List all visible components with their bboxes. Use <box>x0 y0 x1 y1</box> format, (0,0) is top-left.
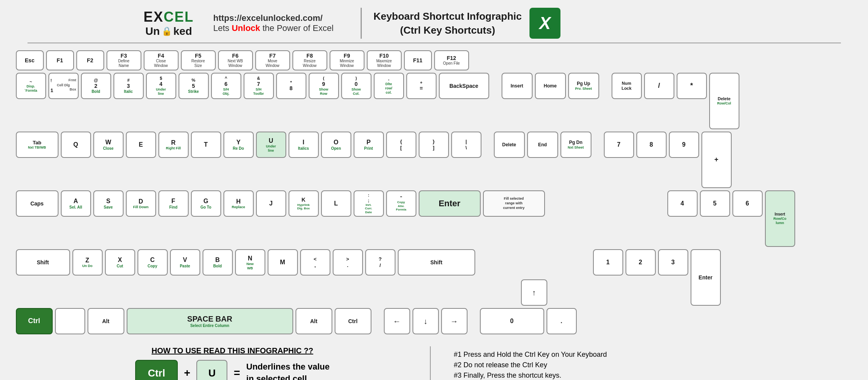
key-f3[interactable]: F3 Define Name <box>107 50 141 70</box>
key-win-left[interactable] <box>55 308 85 334</box>
key-f4[interactable]: F4 Close Window <box>144 50 179 70</box>
key-num-dot[interactable]: . <box>547 308 577 334</box>
key-backspace[interactable]: BackSpace <box>439 73 489 99</box>
key-5[interactable]: % 5 Strike <box>179 73 209 99</box>
key-f5[interactable]: F5 Restore Size <box>181 50 216 70</box>
key-numpad-slash[interactable]: / <box>644 73 674 99</box>
key-m[interactable]: M <box>268 249 298 276</box>
key-f6[interactable]: F6 Next WB Window <box>218 50 253 70</box>
key-j[interactable]: J <box>256 190 286 217</box>
key-f2[interactable]: F2 <box>76 50 104 70</box>
key-alt-left[interactable]: Alt <box>88 308 124 334</box>
key-insert-rowcol[interactable]: Insert Row/Column <box>765 190 795 247</box>
key-k[interactable]: K HyprlinkDlg. Box <box>289 190 319 217</box>
key-z[interactable]: Z Un Do <box>72 249 103 276</box>
key-f12[interactable]: F12 Open File <box>434 50 469 70</box>
key-minus[interactable]: - Dlte row/ col. <box>374 73 404 99</box>
key-shift-left[interactable]: Shift <box>16 249 70 276</box>
key-n[interactable]: N NewWB <box>235 249 265 276</box>
key-x[interactable]: X Cut <box>105 249 135 276</box>
key-tilde[interactable]: ~ Disp. `Formla <box>16 73 46 99</box>
key-enter-main[interactable]: Enter <box>419 190 481 217</box>
key-7[interactable]: & 7 S/HToolbr <box>244 73 274 99</box>
key-slash[interactable]: ? / <box>365 249 395 276</box>
key-w[interactable]: W Close <box>93 132 124 158</box>
key-f[interactable]: F Find <box>158 190 189 217</box>
key-h[interactable]: H Replace <box>223 190 254 217</box>
key-backslash[interactable]: | \ <box>451 132 481 158</box>
key-quote[interactable]: " CopyAbv.Formla <box>386 190 416 217</box>
key-insert[interactable]: Insert <box>502 73 533 99</box>
key-delete[interactable]: Delete <box>494 132 525 158</box>
key-3[interactable]: # 3 Italic <box>113 73 144 99</box>
key-ctrl-right[interactable]: Ctrl <box>335 308 371 334</box>
key-u[interactable]: U Underline <box>256 132 286 158</box>
key-g[interactable]: G Go To <box>191 190 221 217</box>
key-r[interactable]: R Right Fill <box>158 132 189 158</box>
key-semicolon[interactable]: : ; Inrt.Curr.Date <box>354 190 384 217</box>
key-p[interactable]: P Print <box>354 132 384 158</box>
key-lbracket[interactable]: { [ <box>386 132 416 158</box>
key-shift-right[interactable]: Shift <box>398 249 475 276</box>
key-c[interactable]: C Copy <box>138 249 168 276</box>
key-space[interactable]: SPACE BAR Select Entire Column <box>127 308 293 334</box>
key-caps[interactable]: Caps <box>16 190 58 217</box>
key-num2[interactable]: 2 <box>626 249 656 276</box>
key-comma[interactable]: < , <box>300 249 330 276</box>
key-equals[interactable]: + = <box>406 73 437 99</box>
key-alt-right[interactable]: Alt <box>296 308 332 334</box>
key-arrow-down[interactable]: ↓ <box>413 308 439 334</box>
key-y[interactable]: Y Re Do <box>223 132 254 158</box>
key-num7[interactable]: 7 <box>604 132 634 158</box>
key-arrow-up[interactable]: ↑ <box>521 279 547 306</box>
key-b[interactable]: B Bold <box>203 249 233 276</box>
key-home[interactable]: Home <box>535 73 566 99</box>
key-num4[interactable]: 4 <box>667 190 698 217</box>
key-period[interactable]: > . <box>333 249 363 276</box>
key-pgdn[interactable]: Pg Dn Nxt Sheet <box>560 132 591 158</box>
key-num1[interactable]: 1 <box>593 249 623 276</box>
key-1[interactable]: !Frmt Cell Dlg 1Box <box>48 73 79 99</box>
key-numlock[interactable]: NumLock <box>612 73 642 99</box>
key-num3[interactable]: 3 <box>658 249 688 276</box>
key-f11[interactable]: F11 <box>404 50 432 70</box>
key-9[interactable]: ( 9 ShowRow <box>309 73 339 99</box>
key-t[interactable]: T <box>191 132 221 158</box>
key-2[interactable]: @ 2 Bold <box>81 73 111 99</box>
key-a[interactable]: A Sel. All <box>61 190 91 217</box>
key-numpad-enter[interactable]: Enter <box>691 249 721 306</box>
key-8[interactable]: * 8 <box>276 73 306 99</box>
key-f7[interactable]: F7 Move Window <box>255 50 290 70</box>
key-q[interactable]: Q <box>61 132 91 158</box>
key-numpad-star[interactable]: * <box>677 73 707 99</box>
key-e[interactable]: E <box>126 132 156 158</box>
key-l[interactable]: L <box>321 190 351 217</box>
key-num5[interactable]: 5 <box>700 190 730 217</box>
key-numpad-plus[interactable]: + <box>701 132 732 188</box>
key-end[interactable]: End <box>527 132 558 158</box>
key-f8[interactable]: F8 Resize Window <box>292 50 327 70</box>
key-rbracket[interactable]: } ] <box>419 132 449 158</box>
key-0[interactable]: ) 0 ShowCol. <box>341 73 371 99</box>
key-v[interactable]: V Paste <box>170 249 200 276</box>
key-delete-rowcol[interactable]: Delete Row/Col <box>709 73 739 129</box>
key-num6[interactable]: 6 <box>732 190 763 217</box>
key-num9[interactable]: 9 <box>669 132 699 158</box>
key-arrow-left[interactable]: ← <box>384 308 410 334</box>
key-f9[interactable]: F9 Minmize Window <box>330 50 364 70</box>
key-num8[interactable]: 8 <box>636 132 667 158</box>
key-6[interactable]: ^ 6 S/HObj. <box>211 73 241 99</box>
key-o[interactable]: O Open <box>321 132 351 158</box>
key-pgup[interactable]: Pg Up Prv. Sheet <box>568 73 599 99</box>
key-f1[interactable]: F1 <box>46 50 74 70</box>
key-tab[interactable]: Tab Nxt TB/WB <box>16 132 58 158</box>
key-num0[interactable]: 0 <box>480 308 544 334</box>
key-i[interactable]: I Italics <box>289 132 319 158</box>
key-4[interactable]: $ 4 Underline <box>146 73 176 99</box>
key-esc[interactable]: Esc <box>16 50 44 70</box>
key-f10[interactable]: F10 Maxmize Window <box>367 50 402 70</box>
key-d[interactable]: D Fill Down <box>126 190 156 217</box>
key-arrow-right[interactable]: → <box>441 308 468 334</box>
key-ctrl-left[interactable]: Ctrl <box>16 308 53 334</box>
key-s[interactable]: S Save <box>93 190 124 217</box>
